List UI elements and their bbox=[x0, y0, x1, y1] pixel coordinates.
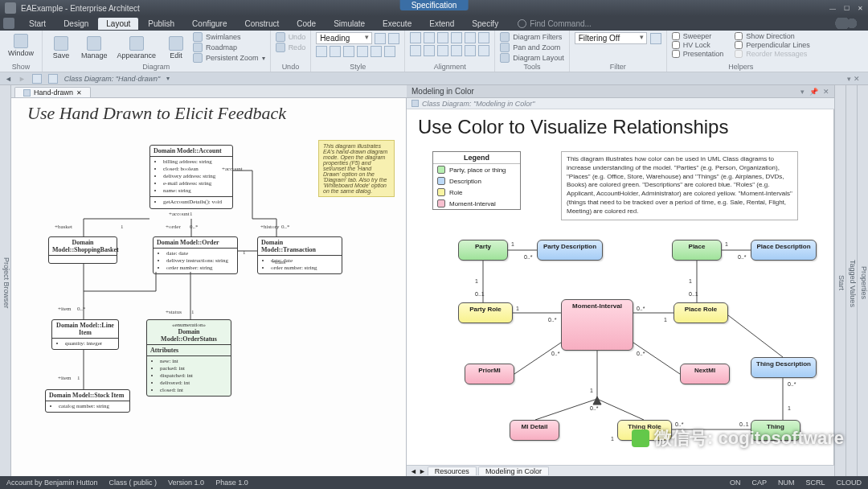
grid-icon[interactable] bbox=[478, 45, 489, 56]
align-top-icon[interactable] bbox=[451, 32, 462, 43]
style-a-icon[interactable] bbox=[316, 46, 327, 57]
menu-extend[interactable]: Extend bbox=[421, 18, 462, 30]
class-line-item[interactable]: Domain Model::Line Item quantity: intege… bbox=[51, 319, 119, 350]
breadcrumb-pin[interactable]: ▾ ✕ bbox=[844, 75, 863, 83]
close-button[interactable]: ✕ bbox=[858, 5, 863, 12]
crumb-caret-icon[interactable]: ▾ bbox=[166, 75, 170, 82]
diagram-layout-option[interactable]: Diagram Layout bbox=[500, 53, 564, 63]
right-rail-start[interactable]: Start bbox=[834, 85, 845, 476]
maximize-button[interactable]: ☐ bbox=[844, 5, 850, 12]
nav-fwd-icon[interactable]: ► bbox=[18, 75, 26, 83]
menu-execute[interactable]: Execute bbox=[375, 18, 420, 30]
class-party-description[interactable]: Party Description bbox=[537, 240, 603, 261]
pane-pin-icon[interactable]: 📌 bbox=[809, 88, 818, 96]
class-mi-detail[interactable]: MI Detail bbox=[510, 420, 559, 441]
right-rail-properties[interactable]: Properties bbox=[857, 85, 868, 476]
class-next-mi[interactable]: NextMI bbox=[680, 364, 730, 384]
undo-button[interactable]: Undo bbox=[276, 32, 306, 42]
style-b-icon[interactable] bbox=[330, 46, 341, 57]
dist-h-icon[interactable] bbox=[410, 45, 421, 56]
class-shopping-basket[interactable]: Domain Model::ShoppingBasket bbox=[48, 236, 117, 264]
tab-close-icon[interactable]: ✕ bbox=[76, 89, 82, 97]
showdir-check[interactable]: Show Direction bbox=[735, 32, 810, 40]
specification-context-tab[interactable]: Specification bbox=[400, 0, 469, 10]
menu-file-icon[interactable] bbox=[3, 18, 14, 29]
persistent-zoom-option[interactable]: Persistent Zoom ▾ bbox=[193, 53, 265, 63]
class-order-status[interactable]: «enumeration» Domain Model::OrderStatus … bbox=[146, 319, 231, 397]
style-d-icon[interactable] bbox=[357, 46, 368, 57]
menu-publish[interactable]: Publish bbox=[140, 18, 182, 30]
tab-hand-drawn[interactable]: Hand-drawn ✕ bbox=[14, 87, 91, 97]
style-save-icon[interactable] bbox=[375, 33, 386, 44]
align-right-icon[interactable] bbox=[437, 32, 448, 43]
align-middle-icon[interactable] bbox=[465, 32, 476, 43]
reorder-check[interactable]: Reorder Messages bbox=[735, 50, 810, 58]
class-party-role[interactable]: Party Role bbox=[458, 302, 513, 323]
dist-v-icon[interactable] bbox=[424, 45, 435, 56]
minimize-button[interactable]: — bbox=[829, 5, 836, 12]
pan-zoom-option[interactable]: Pan and Zoom bbox=[500, 43, 564, 52]
class-place[interactable]: Place bbox=[672, 240, 722, 261]
bottom-tab-resources[interactable]: Resources bbox=[428, 466, 477, 475]
roadmap-option[interactable]: Roadmap bbox=[193, 43, 265, 52]
style-c-icon[interactable] bbox=[343, 46, 354, 57]
filtering-mode-combo[interactable]: Filtering Off bbox=[575, 32, 647, 44]
filter-clear-icon[interactable] bbox=[650, 33, 661, 44]
class-stock-item[interactable]: Domain Model::Stock Item catalog number:… bbox=[45, 389, 130, 413]
class-thing[interactable]: Thing bbox=[751, 420, 800, 441]
menu-layout[interactable]: Layout bbox=[98, 18, 138, 30]
swimlanes-option[interactable]: Swimlanes bbox=[193, 32, 265, 42]
menu-configure[interactable]: Configure bbox=[184, 18, 235, 30]
sweeper-check[interactable]: Sweeper bbox=[672, 32, 724, 40]
right-rail-tagged-values[interactable]: Tagged Values bbox=[845, 85, 857, 476]
diagram-filters-option[interactable]: Diagram Filters bbox=[500, 32, 564, 42]
bottom-tab-nav-left[interactable]: ◄ bbox=[410, 467, 417, 475]
appearance-button[interactable]: Appearance bbox=[114, 35, 160, 61]
nav-back-icon[interactable]: ◄ bbox=[5, 75, 12, 83]
same-h-icon[interactable] bbox=[451, 45, 462, 56]
class-prior-mi[interactable]: PriorMI bbox=[465, 364, 514, 384]
style-heading-combo[interactable]: Heading bbox=[316, 32, 372, 44]
class-thing-role[interactable]: Thing Role bbox=[617, 420, 672, 441]
same-size-icon[interactable] bbox=[465, 45, 476, 56]
class-transaction[interactable]: Domain Model::Transaction date: date ord… bbox=[257, 236, 342, 274]
style-e-icon[interactable] bbox=[371, 46, 382, 57]
same-w-icon[interactable] bbox=[437, 45, 448, 56]
nav-package-icon[interactable] bbox=[48, 74, 58, 84]
redo-button[interactable]: Redo bbox=[276, 43, 306, 52]
class-account[interactable]: Domain Model::Account billing address: s… bbox=[149, 145, 233, 209]
class-place-role[interactable]: Place Role bbox=[674, 302, 728, 323]
find-command[interactable]: Find Command... bbox=[518, 19, 592, 28]
menu-design[interactable]: Design bbox=[55, 18, 96, 30]
class-party[interactable]: Party bbox=[458, 240, 508, 261]
class-thing-description[interactable]: Thing Description bbox=[751, 357, 817, 378]
nav-home-icon[interactable] bbox=[32, 74, 42, 84]
left-canvas[interactable]: Use Hand Drawn to Elicit Feedback This d… bbox=[11, 98, 407, 476]
hvlock-check[interactable]: HV Lock bbox=[672, 41, 724, 49]
style-f-icon[interactable] bbox=[384, 46, 395, 57]
menu-simulate[interactable]: Simulate bbox=[326, 18, 373, 30]
manage-button[interactable]: Manage bbox=[78, 35, 111, 61]
left-rail-project-browser[interactable]: Project Browser bbox=[0, 85, 11, 476]
pane-dropdown-icon[interactable]: ▾ bbox=[800, 88, 805, 96]
class-order[interactable]: Domain Model::Order date: date delivery … bbox=[153, 236, 238, 274]
class-place-description[interactable]: Place Description bbox=[751, 240, 817, 261]
pane-close-icon[interactable]: ✕ bbox=[823, 88, 829, 96]
class-moment-interval[interactable]: Moment-Interval bbox=[561, 299, 633, 351]
style-copy-icon[interactable] bbox=[388, 33, 399, 44]
menu-code[interactable]: Code bbox=[289, 18, 324, 30]
menu-specify[interactable]: Specify bbox=[464, 18, 506, 30]
save-button[interactable]: Save bbox=[47, 35, 75, 61]
perpendicular-check[interactable]: Perpendicular Lines bbox=[735, 41, 810, 49]
menu-start[interactable]: Start bbox=[21, 18, 54, 30]
menu-construct[interactable]: Construct bbox=[236, 18, 287, 30]
align-left-icon[interactable] bbox=[410, 32, 421, 43]
bottom-tab-modeling-in-color[interactable]: Modeling in Color bbox=[478, 466, 549, 475]
bottom-tab-nav-right[interactable]: ► bbox=[419, 467, 426, 475]
window-button[interactable]: Window bbox=[5, 32, 37, 59]
align-bottom-icon[interactable] bbox=[478, 32, 489, 43]
presentation-check[interactable]: Presentation bbox=[672, 50, 724, 58]
right-canvas[interactable]: Use Color to Visualize Relationships Leg… bbox=[407, 109, 834, 465]
align-center-icon[interactable] bbox=[424, 32, 435, 43]
edit-button[interactable]: Edit bbox=[162, 35, 190, 61]
